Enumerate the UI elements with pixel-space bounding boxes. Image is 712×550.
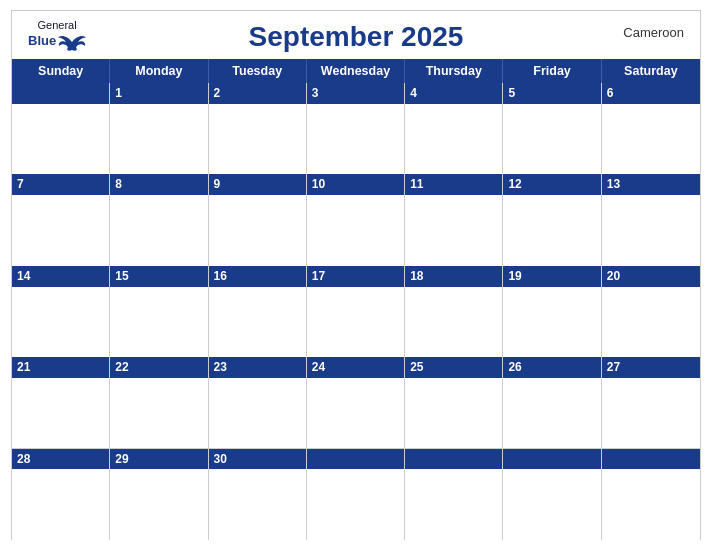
day-number: 13 [602, 174, 700, 195]
day-cell-body [110, 287, 207, 357]
day-number: 12 [503, 174, 600, 195]
day-cell: 17 [307, 266, 405, 356]
day-cell: 7 [12, 174, 110, 264]
calendar-grid: SundayMondayTuesdayWednesdayThursdayFrid… [12, 59, 700, 539]
day-cell-body [209, 287, 306, 357]
weeks-container: 1234567891011121314151617181920212223242… [12, 83, 700, 539]
day-cell-body [307, 104, 404, 174]
day-cell [602, 449, 700, 539]
day-cell: 21 [12, 357, 110, 447]
day-cell-body [110, 195, 207, 265]
day-cell: 10 [307, 174, 405, 264]
day-cell: 19 [503, 266, 601, 356]
day-cell: 29 [110, 449, 208, 539]
day-cell: 5 [503, 83, 601, 173]
day-number: 26 [503, 357, 600, 378]
day-cell: 9 [209, 174, 307, 264]
day-cell-body [503, 469, 600, 539]
day-cell [503, 449, 601, 539]
day-cell: 2 [209, 83, 307, 173]
day-cell: 27 [602, 357, 700, 447]
day-number: 22 [110, 357, 207, 378]
day-number [602, 449, 700, 470]
day-cell: 1 [110, 83, 208, 173]
day-header-wednesday: Wednesday [307, 59, 405, 83]
day-number [405, 449, 502, 470]
day-cell-body [12, 104, 109, 174]
day-cell-body [602, 104, 700, 174]
day-cell: 22 [110, 357, 208, 447]
logo-bird-icon [58, 32, 86, 52]
day-cell: 20 [602, 266, 700, 356]
day-cell-body [110, 378, 207, 448]
day-cell-body [602, 469, 700, 539]
day-header-saturday: Saturday [602, 59, 700, 83]
day-number: 20 [602, 266, 700, 287]
week-row-4: 21222324252627 [12, 357, 700, 448]
day-cell: 23 [209, 357, 307, 447]
day-cell-body [110, 104, 207, 174]
day-cell: 11 [405, 174, 503, 264]
day-cell: 16 [209, 266, 307, 356]
week-row-2: 78910111213 [12, 174, 700, 265]
logo-area: General Blue [28, 19, 86, 52]
day-cell-body [405, 104, 502, 174]
day-cell-body [503, 104, 600, 174]
day-number [503, 449, 600, 470]
day-cell: 8 [110, 174, 208, 264]
day-cell-body [503, 378, 600, 448]
day-cell [405, 449, 503, 539]
day-number: 7 [12, 174, 109, 195]
logo-blue: Blue [28, 34, 56, 48]
day-header-thursday: Thursday [405, 59, 503, 83]
day-cell-body [12, 195, 109, 265]
day-number: 16 [209, 266, 306, 287]
day-cell-body [307, 378, 404, 448]
day-cell: 14 [12, 266, 110, 356]
day-cell-body [209, 378, 306, 448]
day-cell: 3 [307, 83, 405, 173]
day-number: 6 [602, 83, 700, 104]
calendar-header: General Blue September 2025 Cameroon [12, 11, 700, 59]
day-cell: 6 [602, 83, 700, 173]
day-cell-body [405, 287, 502, 357]
day-cell-body [110, 469, 207, 539]
day-cell-body [209, 104, 306, 174]
day-headers-row: SundayMondayTuesdayWednesdayThursdayFrid… [12, 59, 700, 83]
day-number: 25 [405, 357, 502, 378]
day-cell-body [602, 378, 700, 448]
day-cell-body [12, 378, 109, 448]
day-cell: 24 [307, 357, 405, 447]
day-number: 30 [209, 449, 306, 470]
day-cell-body [307, 287, 404, 357]
day-header-friday: Friday [503, 59, 601, 83]
day-number: 14 [12, 266, 109, 287]
day-cell: 15 [110, 266, 208, 356]
day-cell: 30 [209, 449, 307, 539]
day-number: 5 [503, 83, 600, 104]
day-number: 9 [209, 174, 306, 195]
day-header-sunday: Sunday [12, 59, 110, 83]
day-cell-body [307, 469, 404, 539]
day-cell-body [405, 378, 502, 448]
day-cell: 25 [405, 357, 503, 447]
day-header-tuesday: Tuesday [209, 59, 307, 83]
day-number: 10 [307, 174, 404, 195]
day-cell: 26 [503, 357, 601, 447]
country-label: Cameroon [623, 25, 684, 40]
day-cell [12, 83, 110, 173]
day-cell: 28 [12, 449, 110, 539]
day-cell-body [307, 195, 404, 265]
day-number: 29 [110, 449, 207, 470]
day-cell: 13 [602, 174, 700, 264]
day-number: 21 [12, 357, 109, 378]
day-number: 28 [12, 449, 109, 470]
day-number: 23 [209, 357, 306, 378]
calendar-container: General Blue September 2025 Cameroon Sun… [11, 10, 701, 540]
day-cell-body [405, 469, 502, 539]
logo-general: General [38, 19, 77, 31]
day-number [307, 449, 404, 470]
week-row-5: 282930 [12, 449, 700, 539]
month-title: September 2025 [249, 21, 464, 53]
day-number: 11 [405, 174, 502, 195]
